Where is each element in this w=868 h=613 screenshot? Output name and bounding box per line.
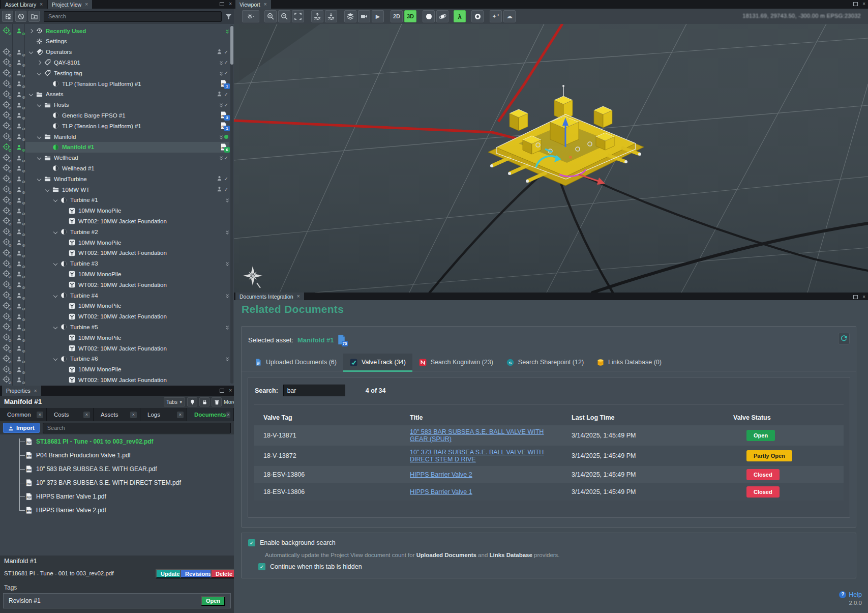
show-in-3d-toggle[interactable]: ⊘ bbox=[3, 355, 11, 363]
tree-item[interactable]: Manifold #1PDF6 bbox=[25, 142, 229, 153]
show-in-3d-toggle[interactable]: ⊘ bbox=[3, 280, 11, 289]
chevron-right-icon[interactable] bbox=[37, 61, 41, 65]
show-in-3d-toggle[interactable]: ⊘ bbox=[3, 196, 11, 205]
chevron-right-icon[interactable] bbox=[29, 28, 33, 33]
tree-item[interactable]: 10MW MonoPile bbox=[25, 237, 229, 248]
tabs-dropdown-button[interactable]: Tabs▼ bbox=[164, 397, 185, 406]
show-in-3d-toggle[interactable]: ⊘ bbox=[3, 312, 11, 321]
collapse-branch-icon[interactable] bbox=[226, 294, 228, 298]
show-for-user-toggle[interactable]: ⊘ bbox=[16, 48, 25, 56]
provider-tab-search[interactable]: Search Kognitwin (23) bbox=[412, 354, 500, 371]
document-list-item[interactable]: PDFHIPPS Barrier Valve 1.pdf bbox=[25, 490, 231, 503]
close-icon[interactable]: × bbox=[130, 412, 137, 418]
tree-item[interactable]: TLP (Tension Leg Platform) #1PDF1 bbox=[25, 78, 229, 89]
tree-item[interactable]: Wellhead #1 bbox=[25, 163, 229, 173]
chevron-down-icon[interactable] bbox=[29, 50, 33, 54]
close-icon[interactable]: × bbox=[229, 1, 232, 7]
show-for-user-toggle[interactable]: ⊘ bbox=[16, 154, 25, 162]
import-button[interactable]: Import bbox=[3, 423, 40, 433]
camera-button[interactable] bbox=[358, 10, 370, 22]
tab-logs[interactable]: Logs× bbox=[140, 408, 187, 421]
show-for-user-toggle[interactable]: ⊘ bbox=[16, 69, 25, 77]
close-icon[interactable]: × bbox=[40, 2, 43, 7]
chevron-down-icon[interactable] bbox=[53, 325, 57, 329]
show-in-3d-toggle[interactable]: ⊘ bbox=[3, 302, 11, 310]
show-in-3d-toggle[interactable]: ⊘ bbox=[3, 365, 11, 374]
collapse-branch-icon[interactable] bbox=[226, 29, 228, 33]
trash-icon[interactable] bbox=[212, 397, 222, 406]
provider-tab-valvetrack[interactable]: ValveTrack (34) bbox=[343, 354, 412, 371]
show-in-3d-toggle[interactable]: ⊘ bbox=[3, 26, 11, 35]
checkbox-checked[interactable]: ✓ bbox=[258, 563, 265, 570]
tab-documents[interactable]: Documents× bbox=[187, 408, 234, 421]
tree-item[interactable]: WT002: 10MW Jacket Foundation bbox=[25, 343, 229, 354]
document-list-item[interactable]: PDFP04 Branch Production Valve 1.pdf bbox=[25, 449, 231, 461]
show-in-3d-toggle[interactable]: ⊘ bbox=[3, 48, 11, 56]
show-for-user-toggle[interactable]: ⊘ bbox=[16, 355, 25, 363]
document-link[interactable]: 10" 373 BAR SUBSEA S.E. BALL VALVE WITH … bbox=[410, 449, 544, 463]
zoom-in-button[interactable] bbox=[264, 10, 277, 22]
valvetrack-search-input[interactable] bbox=[283, 385, 345, 396]
tree-search-input[interactable] bbox=[44, 11, 222, 22]
play-button[interactable]: ▶ bbox=[372, 10, 384, 22]
show-in-3d-toggle[interactable]: ⊘ bbox=[3, 344, 11, 353]
scrollbar-thumb[interactable] bbox=[230, 26, 233, 65]
show-for-user-toggle[interactable]: ⊘ bbox=[16, 365, 25, 374]
tree-item[interactable]: Turbine #5 bbox=[25, 322, 229, 332]
chevron-down-icon[interactable] bbox=[37, 134, 41, 138]
show-in-3d-toggle[interactable]: ⊘ bbox=[3, 333, 11, 342]
chevron-down-icon[interactable] bbox=[37, 156, 41, 160]
collapse-branch-icon[interactable] bbox=[220, 135, 222, 139]
chevron-down-icon[interactable] bbox=[37, 177, 41, 181]
tree-item[interactable]: Wellhead✓ bbox=[25, 153, 229, 163]
show-for-user-toggle[interactable]: ⊘ bbox=[16, 90, 25, 99]
close-icon[interactable]: × bbox=[177, 412, 184, 418]
weather-button[interactable]: ☁ bbox=[503, 10, 516, 22]
show-in-3d-toggle[interactable]: ⊘ bbox=[3, 122, 11, 130]
checkbox-checked[interactable]: ✓ bbox=[248, 539, 255, 546]
tree-item[interactable]: Hosts✓ bbox=[25, 100, 229, 110]
collapse-branch-icon[interactable] bbox=[226, 325, 228, 329]
tree-item[interactable]: WT002: 10MW Jacket Foundation bbox=[25, 374, 229, 385]
show-for-user-toggle[interactable]: ⊘ bbox=[16, 164, 25, 172]
show-for-user-toggle[interactable]: ⊘ bbox=[16, 196, 25, 205]
show-for-user-toggle[interactable]: ⊘ bbox=[16, 26, 25, 35]
tree-item[interactable]: WT002: 10MW Jacket Foundation bbox=[25, 248, 229, 258]
orbit-button[interactable] bbox=[436, 10, 448, 22]
ring-button[interactable] bbox=[471, 10, 484, 22]
tree-item[interactable]: Assets✓ bbox=[25, 89, 229, 100]
gear-dropdown-button[interactable] bbox=[242, 10, 259, 22]
chevron-down-icon[interactable] bbox=[45, 187, 49, 191]
lock-icon[interactable] bbox=[199, 397, 209, 406]
chevron-down-icon[interactable] bbox=[53, 293, 57, 297]
collapse-branch-icon[interactable] bbox=[226, 357, 228, 361]
document-list-item[interactable]: PDF10" 373 BAR SUBSEA S.E. WITH DIRECT S… bbox=[25, 477, 231, 489]
tree-item[interactable]: Turbine #1 bbox=[25, 195, 229, 206]
tab-common[interactable]: Common× bbox=[0, 408, 47, 421]
show-for-user-toggle[interactable]: ⊘ bbox=[16, 323, 25, 331]
water-raise-button[interactable] bbox=[311, 10, 323, 22]
show-for-user-toggle[interactable]: ⊘ bbox=[16, 291, 25, 300]
tab-properties[interactable]: Properties× bbox=[2, 386, 41, 396]
tree-item[interactable]: WindTurbine✓ bbox=[25, 173, 229, 184]
collapse-branch-icon[interactable] bbox=[220, 103, 222, 107]
documents-search-input[interactable] bbox=[43, 423, 231, 433]
show-in-3d-toggle[interactable]: ⊘ bbox=[3, 58, 11, 67]
show-in-3d-toggle[interactable]: ⊘ bbox=[3, 69, 11, 77]
show-in-3d-toggle[interactable]: ⊘ bbox=[3, 154, 11, 162]
tab-documents-integration[interactable]: Documents Integration× bbox=[235, 293, 304, 300]
panel-window-controls[interactable]: × bbox=[220, 1, 232, 7]
show-in-3d-toggle[interactable]: ⊘ bbox=[3, 249, 11, 257]
tab-costs[interactable]: Costs× bbox=[47, 408, 94, 421]
tree-item[interactable]: Turbine #3 bbox=[25, 258, 229, 269]
show-in-3d-toggle[interactable]: ⊘ bbox=[3, 164, 11, 172]
show-in-3d-toggle[interactable]: ⊘ bbox=[3, 270, 11, 278]
collapse-branch-icon[interactable] bbox=[226, 261, 228, 266]
tree-item[interactable]: WT002: 10MW Jacket Foundation bbox=[25, 279, 229, 290]
show-for-user-toggle[interactable]: ⊘ bbox=[16, 344, 25, 353]
panel-window-controls[interactable]: × bbox=[853, 294, 865, 300]
mode-3d-button[interactable]: 3D bbox=[404, 10, 416, 22]
show-for-user-toggle[interactable]: ⊘ bbox=[16, 207, 25, 215]
tree-item[interactable]: Manifold bbox=[25, 131, 229, 142]
provider-tab-uploaded[interactable]: Uploaded Documents (6) bbox=[248, 354, 343, 371]
